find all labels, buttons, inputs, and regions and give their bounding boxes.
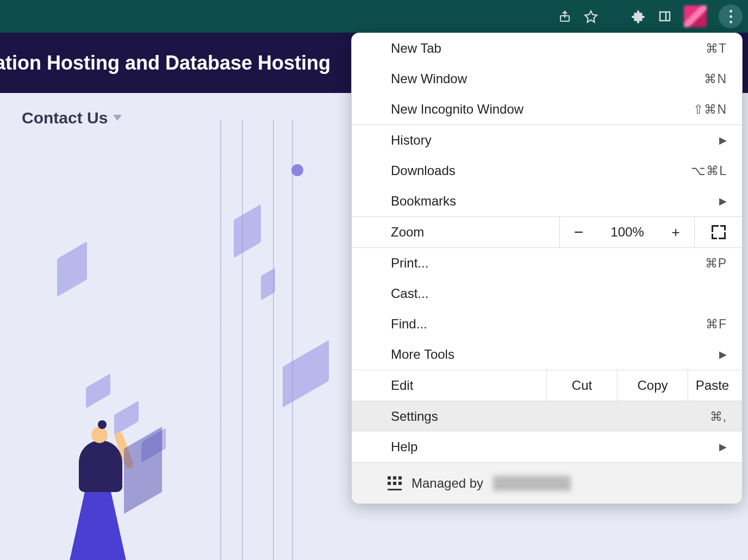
- menu-managed-by[interactable]: Managed by organization: [352, 462, 742, 503]
- managed-org: organization: [493, 476, 571, 491]
- chevron-down-icon: [113, 115, 122, 121]
- decorative-line: [292, 120, 293, 560]
- menu-label: New Window: [391, 71, 704, 86]
- menu-help[interactable]: Help ▶: [352, 432, 742, 462]
- managed-label: Managed by: [412, 476, 483, 491]
- organization-icon: [388, 476, 402, 490]
- menu-label: Settings: [391, 409, 710, 424]
- menu-label: Print...: [391, 256, 705, 271]
- zoom-label: Zoom: [352, 225, 559, 240]
- menu-label: Bookmarks: [391, 194, 719, 209]
- extensions-icon[interactable]: [632, 9, 646, 23]
- menu-zoom-row: Zoom − 100% +: [352, 216, 742, 248]
- menu-shortcut: ⇧⌘N: [693, 102, 727, 117]
- menu-downloads[interactable]: Downloads ⌥⌘L: [352, 155, 742, 186]
- banner-title: ation Hosting and Database Hosting: [0, 52, 331, 74]
- menu-label: Downloads: [391, 163, 691, 178]
- submenu-arrow-icon: ▶: [719, 134, 727, 146]
- menu-label: Help: [391, 439, 719, 455]
- submenu-arrow-icon: ▶: [719, 441, 727, 453]
- menu-print[interactable]: Print... ⌘P: [352, 248, 742, 278]
- decorative-line: [273, 120, 274, 560]
- share-icon[interactable]: [558, 9, 572, 23]
- menu-label: Find...: [391, 316, 706, 332]
- zoom-in-button[interactable]: +: [657, 217, 694, 247]
- edit-copy-button[interactable]: Copy: [617, 370, 688, 401]
- menu-shortcut: ⌘F: [706, 317, 727, 332]
- bookmark-star-icon[interactable]: [584, 9, 598, 23]
- edit-paste-button[interactable]: Paste: [688, 370, 742, 401]
- zoom-out-button[interactable]: −: [559, 217, 597, 247]
- edit-cut-button[interactable]: Cut: [546, 370, 617, 401]
- chrome-menu: New Tab ⌘T New Window ⌘N New Incognito W…: [351, 33, 743, 504]
- menu-cast[interactable]: Cast...: [352, 278, 742, 309]
- svg-marker-1: [585, 11, 597, 22]
- menu-find[interactable]: Find... ⌘F: [352, 309, 742, 339]
- svg-rect-2: [660, 12, 670, 21]
- menu-shortcut: ⌘P: [705, 256, 727, 271]
- submenu-arrow-icon: ▶: [719, 349, 727, 360]
- decorative-line: [242, 120, 243, 560]
- nav-contact-link[interactable]: Contact Us: [22, 109, 108, 127]
- menu-label: Cast...: [391, 286, 727, 301]
- menu-shortcut: ⌥⌘L: [691, 164, 727, 178]
- menu-settings[interactable]: Settings ⌘,: [352, 401, 742, 432]
- fullscreen-button[interactable]: [694, 217, 742, 247]
- menu-label: New Tab: [391, 41, 706, 56]
- menu-label: More Tools: [391, 347, 719, 362]
- profile-avatar[interactable]: [684, 5, 707, 27]
- decorative-line: [220, 120, 221, 560]
- menu-new-tab[interactable]: New Tab ⌘T: [352, 33, 742, 64]
- more-menu-button[interactable]: [719, 4, 743, 28]
- menu-more-tools[interactable]: More Tools ▶: [352, 339, 742, 370]
- menu-new-window[interactable]: New Window ⌘N: [352, 64, 742, 94]
- menu-edit-row: Edit Cut Copy Paste: [352, 370, 742, 401]
- zoom-level: 100%: [597, 217, 657, 247]
- menu-shortcut: ⌘T: [706, 41, 727, 56]
- menu-shortcut: ⌘,: [710, 409, 727, 424]
- submenu-arrow-icon: ▶: [719, 195, 727, 207]
- browser-toolbar: [0, 0, 748, 33]
- menu-shortcut: ⌘N: [704, 72, 727, 86]
- menu-label: New Incognito Window: [391, 102, 693, 117]
- menu-incognito[interactable]: New Incognito Window ⇧⌘N: [352, 94, 742, 125]
- menu-label: History: [391, 133, 719, 148]
- edit-label: Edit: [352, 378, 546, 393]
- fullscreen-icon: [712, 225, 726, 239]
- menu-bookmarks[interactable]: Bookmarks ▶: [352, 186, 742, 216]
- sidepanel-icon[interactable]: [658, 9, 672, 23]
- decorative-dot: [291, 164, 303, 176]
- menu-history[interactable]: History ▶: [352, 125, 742, 155]
